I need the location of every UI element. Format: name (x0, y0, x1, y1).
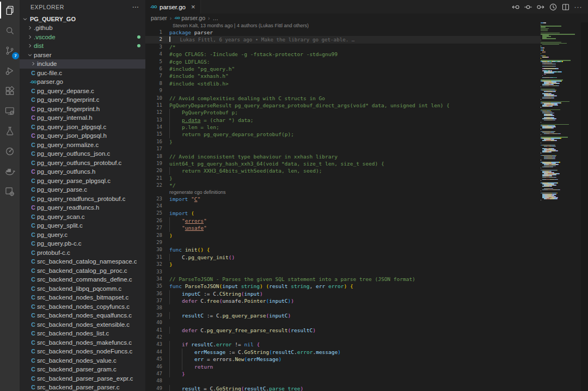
tree-item-pg-query-deparse-c[interactable]: Cpg_query_deparse.c (20, 87, 145, 96)
line-number[interactable]: 18 (145, 153, 162, 160)
line-number[interactable]: 26 (145, 217, 162, 224)
line-number[interactable]: 44 (145, 349, 162, 356)
line-number[interactable]: 17 (145, 145, 162, 152)
tree-item-src-backend-nodes-equalfuncs-c[interactable]: Csrc_backend_nodes_equalfuncs.c (20, 311, 145, 320)
line-number[interactable]: 41 (145, 327, 162, 334)
tree-item-dist[interactable]: dist (20, 41, 145, 51)
line-number[interactable]: 25 (145, 210, 162, 217)
line-number[interactable]: 24 (145, 203, 162, 210)
code-line-text[interactable]: // Avoid inconsistent type behaviour in … (162, 153, 338, 160)
line-number[interactable]: 31 (145, 254, 162, 261)
breadcrumb-item-parser[interactable]: parser (151, 15, 167, 21)
activity-bar-item-gitlens-icon[interactable] (0, 141, 20, 161)
line-number[interactable]: 5 (145, 58, 162, 65)
code-line-text[interactable]: errMessage := C.GoString(resultC.error.m… (162, 349, 341, 356)
line-number[interactable]: 28 (145, 232, 162, 239)
code-line-text[interactable] (162, 334, 169, 341)
line-number[interactable]: 36 (145, 290, 162, 297)
tab-parser-go[interactable]: -GO parser.go × (145, 0, 201, 14)
tree-item-src-backend-nodes-nodefuncs-c[interactable]: Csrc_backend_nodes_nodeFuncs.c (20, 347, 145, 356)
code-line-text[interactable]: return XXH3_64bits_withSeed(data, len, s… (162, 167, 322, 174)
line-number[interactable]: 35 (145, 283, 162, 290)
line-number[interactable]: 1 (145, 29, 162, 36)
code-line-text[interactable]: defer C.free(unsafe.Pointer(inputC)) (162, 297, 294, 304)
tree-item-src-backend-parser-gram-c[interactable]: Csrc_backend_parser_gram.c (20, 365, 145, 374)
activity-bar-item-source-control-icon[interactable]: 7 (0, 40, 20, 60)
line-number[interactable]: 29 (145, 239, 162, 246)
line-number[interactable]: 37 (145, 297, 162, 304)
tree-item-src-backend-nodes-bitmapset-c[interactable]: Csrc_backend_nodes_bitmapset.c (20, 293, 145, 302)
tree-item-parser[interactable]: parser (20, 51, 145, 60)
line-number[interactable]: 10 (145, 95, 162, 102)
code-line-text[interactable]: return (162, 363, 213, 370)
line-number[interactable]: 20 (145, 167, 162, 174)
code-line-text[interactable]: uint64_t pg_query_hash_xxh3_64(void *dat… (162, 160, 384, 167)
code-line-text[interactable] (162, 268, 169, 276)
minimap[interactable] (541, 22, 581, 391)
code-line-text[interactable] (162, 87, 169, 94)
tree-item-src-backend-catalog-pg-proc-c[interactable]: Csrc_backend_catalog_pg_proc.c (20, 266, 145, 276)
tree-item-pg-query-parse-c[interactable]: Cpg_query_parse.c (20, 185, 145, 194)
tree-item-src-backend-parser-parse-expr-c[interactable]: Csrc_backend_parser_parse_expr.c (20, 374, 145, 383)
tree-item-protobuf-c-c[interactable]: Cprotobuf-c.c (20, 248, 145, 258)
code-line-text[interactable] (162, 203, 169, 210)
code-line-text[interactable]: func ParseToJSON(input string) (result s… (162, 283, 353, 290)
code-line-text[interactable]: package parser (162, 29, 213, 36)
code-line-text[interactable]: PgQueryDeparseResult pg_query_deparse_pr… (162, 102, 450, 109)
code-line-text[interactable]: #include "xxhash.h" (162, 72, 229, 80)
line-number[interactable]: 4 (145, 51, 162, 58)
line-number[interactable]: 19 (145, 160, 162, 167)
code-line-text[interactable]: func init() { (162, 246, 210, 253)
tree-item-vscode[interactable]: .vscode (20, 33, 145, 42)
activity-bar-item-search-icon[interactable] (0, 20, 20, 40)
line-number[interactable]: 7 (145, 72, 162, 80)
tree-item-src-backend-libpq-pqcomm-c[interactable]: Csrc_backend_libpq_pqcomm.c (20, 284, 145, 294)
code-line-text[interactable]: #cgo LDFLAGS: (162, 58, 210, 65)
code-line-text[interactable]: if resultC.error != nil { (162, 341, 260, 348)
code-line-text[interactable]: } (162, 370, 185, 377)
code-line-text[interactable]: #include "pg_query.h" (162, 65, 235, 72)
code-line-text[interactable]: } (162, 138, 173, 145)
code-line-text[interactable]: "unsafe" (162, 224, 207, 231)
activity-bar-item-explorer-icon[interactable] (0, 0, 20, 20)
tree-item-src-backend-nodes-makefuncs-c[interactable]: Csrc_backend_nodes_makefuncs.c (20, 338, 145, 347)
open-changes-next-icon[interactable] (535, 1, 546, 13)
activity-bar-item-testing-icon[interactable] (0, 121, 20, 141)
tree-item-pg-query-scan-c[interactable]: Cpg_query_scan.c (20, 212, 145, 222)
code-line-text[interactable]: result = C.GoString(resultC.parse_tree) (162, 385, 303, 391)
activity-bar-item-project-manager-icon[interactable] (0, 181, 20, 201)
code-line-text[interactable]: #include <stdlib.h> (162, 80, 229, 87)
line-number[interactable]: 23 (145, 196, 162, 203)
line-number[interactable]: 47 (145, 370, 162, 377)
tree-item-pg-query-json-plpgsql-c[interactable]: Cpg_query_json_plpgsql.c (20, 123, 145, 132)
code-line-text[interactable]: // Avoid complexities dealing with C str… (162, 95, 325, 102)
line-number[interactable]: 33 (145, 268, 162, 276)
line-number[interactable]: 2 (145, 36, 162, 43)
line-number[interactable]: 13 (145, 117, 162, 124)
line-number[interactable]: 14 (145, 124, 162, 131)
open-changes-previous-icon[interactable] (510, 1, 521, 13)
tree-item-guc-file-c[interactable]: Cguc-file.c (20, 69, 145, 78)
codelens-regenerate-cgo[interactable]: regenerate cgo definitions (145, 190, 541, 196)
code-line-text[interactable]: err = errors.New(errMessage) (162, 356, 281, 363)
line-number[interactable]: 38 (145, 304, 162, 311)
tree-item-pg-query-internal-h[interactable]: Cpg_query_internal.h (20, 113, 145, 123)
scrollbar-track[interactable] (581, 22, 588, 391)
code-line-text[interactable]: return pg_query_deparse_protobuf(p); (162, 131, 294, 138)
line-number[interactable]: 39 (145, 312, 162, 319)
activity-bar-item-remote-explorer-icon[interactable] (0, 101, 20, 121)
tree-item-src-backend-nodes-list-c[interactable]: Csrc_backend_nodes_list.c (20, 329, 145, 338)
line-number[interactable]: 43 (145, 341, 162, 348)
line-number[interactable]: 49 (145, 385, 162, 391)
line-number[interactable]: 48 (145, 377, 162, 384)
line-number[interactable]: 32 (145, 261, 162, 268)
code-line-text[interactable]: // ParseToJSON - Parses the given SQL st… (162, 276, 415, 283)
code-line-text[interactable]: p.len = len; (162, 124, 219, 131)
tree-item-src-backend-nodes-copyfuncs-c[interactable]: Csrc_backend_nodes_copyfuncs.c (20, 302, 145, 311)
line-number[interactable]: 15 (145, 131, 162, 138)
code-line-text[interactable] (162, 239, 169, 246)
line-number[interactable]: 22 (145, 182, 162, 189)
split-editor-icon[interactable] (560, 1, 571, 13)
tree-item-src-backend-commands-define-c[interactable]: Csrc_backend_commands_define.c (20, 275, 145, 284)
tree-item-pg-query-outfuncs-json-c[interactable]: Cpg_query_outfuncs_json.c (20, 149, 145, 158)
